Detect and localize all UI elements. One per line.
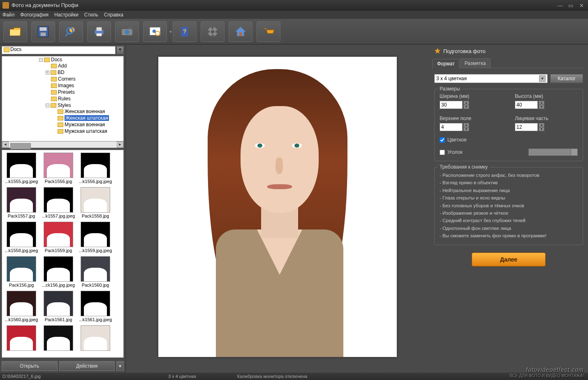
thumbnail-item[interactable]	[5, 325, 38, 352]
path-dropdown-button[interactable]: ▾	[116, 46, 124, 54]
tab-format[interactable]: Формат	[433, 59, 459, 68]
fit-screen-button[interactable]	[143, 21, 167, 42]
folder-tree[interactable]: −Docs Add +BD Corners Images Presets Rul…	[2, 56, 124, 141]
tree-node[interactable]: Styles	[58, 102, 71, 108]
thumbnail-item[interactable]: Pack1560.jpg	[79, 256, 112, 287]
status-calibration: Калибровка монитора отключена	[237, 374, 307, 379]
width-input[interactable]	[440, 101, 463, 109]
actions-button[interactable]: Действия	[59, 361, 115, 371]
tree-node[interactable]: BD	[58, 70, 65, 75]
thumbnail-item[interactable]: ...k1555.jpg.jpeg	[5, 153, 38, 184]
close-button[interactable]: ✕	[577, 2, 586, 8]
photo-canvas[interactable]	[158, 57, 397, 357]
folder-icon	[51, 97, 57, 101]
next-button[interactable]: Далее	[472, 253, 546, 266]
folder-icon	[51, 83, 57, 88]
face-part-input[interactable]	[515, 123, 538, 131]
statusbar: D:\59403217_6.jpg 3 x 4 цветная Калибров…	[0, 373, 588, 380]
thumbnail-item[interactable]: Pack1558.jpg	[79, 187, 112, 218]
requirement-item: Взгляд прямо в объектив	[440, 179, 578, 186]
open-folder-button[interactable]	[3, 21, 27, 42]
actions-dropdown-button[interactable]: ▾	[116, 361, 124, 371]
color-checkbox[interactable]	[440, 137, 445, 143]
svg-point-25	[271, 35, 273, 36]
spin-up[interactable]: ▲	[463, 101, 469, 105]
menu-settings[interactable]: Настройки	[54, 12, 79, 18]
thumbnail-item[interactable]: ...k1558.jpg.jpeg	[5, 222, 38, 253]
requirement-item: Нейтральное выражение лица	[440, 187, 578, 194]
height-input[interactable]	[515, 101, 538, 109]
tree-node[interactable]: Женская военная	[65, 109, 105, 114]
thumbnail-item[interactable]	[79, 325, 112, 352]
sizes-group-title: Размеры	[438, 86, 462, 92]
menu-style[interactable]: Стиль	[84, 12, 98, 18]
format-combo-value: 3 x 4 цветная	[436, 76, 467, 81]
spin-up[interactable]: ▲	[463, 123, 469, 127]
svg-rect-2	[41, 32, 46, 36]
format-combo[interactable]: 3 x 4 цветная ▼	[434, 74, 548, 83]
minimize-button[interactable]: —	[556, 2, 564, 8]
spin-down[interactable]: ▼	[463, 127, 469, 131]
thumbnail-item[interactable]: Pack1561.jpg	[42, 291, 75, 322]
face-part-label: Лицевая часть	[515, 116, 578, 121]
svg-rect-23	[239, 32, 242, 36]
svg-point-20	[211, 34, 213, 36]
svg-rect-1	[40, 27, 47, 31]
tree-node[interactable]: Images	[58, 83, 74, 88]
thumbnail-item[interactable]: Pack1559.jpg	[42, 222, 75, 253]
thumbnail-item[interactable]: ...k1560.jpg.jpeg	[5, 291, 38, 322]
thumbnail-item[interactable]: ...k1561.jpg.jpeg	[79, 291, 112, 322]
tree-node[interactable]: Rules	[58, 96, 71, 102]
video-button[interactable]	[201, 21, 225, 42]
thumbnail-item[interactable]: Pack1556.jpg	[42, 153, 75, 184]
svg-rect-8	[97, 33, 102, 36]
folder-icon	[51, 77, 57, 81]
maximize-button[interactable]: ▭	[567, 2, 575, 8]
expand-toggle[interactable]: +	[46, 71, 49, 74]
shop-cart-button[interactable]	[257, 21, 280, 42]
tree-node[interactable]: Corners	[58, 76, 76, 82]
thumbnail-item[interactable]: ...k1557.jpg.jpeg	[42, 187, 75, 218]
tree-node[interactable]: Add	[58, 63, 67, 69]
print-button[interactable]	[87, 21, 111, 42]
thumbnails-pane[interactable]: ...k1555.jpg.jpegPack1556.jpg...k1556.jp…	[2, 150, 124, 358]
tree-hscrollbar[interactable]: ◄►	[2, 141, 124, 148]
thumbnail-item[interactable]: ...ck156.jpg.jpeg	[42, 256, 75, 287]
top-margin-input[interactable]	[440, 123, 463, 131]
expand-toggle[interactable]: −	[39, 58, 43, 62]
home-button[interactable]	[229, 21, 252, 42]
save-button[interactable]	[31, 21, 55, 42]
thumbnail-item[interactable]: ...k1559.jpg.jpeg	[79, 222, 112, 253]
tree-node[interactable]: Docs	[51, 57, 62, 63]
tree-node[interactable]: Presets	[58, 89, 75, 95]
spin-up[interactable]: ▲	[539, 123, 544, 127]
preview-button[interactable]	[59, 21, 83, 42]
svg-rect-7	[97, 27, 102, 31]
menu-help[interactable]: Справка	[104, 12, 123, 18]
toolbar-separator: ▾	[169, 23, 172, 40]
thumbnail-item[interactable]: Pack156.jpg	[5, 256, 38, 287]
corner-checkbox[interactable]	[440, 150, 445, 155]
menu-file[interactable]: Файл	[2, 12, 15, 18]
help-book-button[interactable]: ?	[173, 21, 197, 42]
expand-toggle[interactable]: −	[46, 104, 49, 107]
tab-markup[interactable]: Разметка	[460, 58, 491, 68]
spin-up[interactable]: ▲	[539, 101, 544, 105]
thumbnail-item[interactable]: Pack1557.jpg	[5, 187, 38, 218]
open-button[interactable]: Открыть	[2, 361, 58, 371]
corner-combo[interactable]	[528, 148, 578, 156]
spin-down[interactable]: ▼	[539, 105, 544, 109]
status-format: 3 x 4 цветная	[168, 374, 196, 379]
tree-node-selected[interactable]: Женская штатская	[65, 115, 109, 121]
folder-icon	[51, 64, 57, 68]
spin-down[interactable]: ▼	[539, 127, 544, 131]
thumbnail-item[interactable]: ...k1556.jpg.jpeg	[79, 153, 112, 184]
path-input[interactable]: Docs	[2, 46, 116, 54]
catalog-button[interactable]: Каталог	[550, 74, 583, 83]
tree-node[interactable]: Мужская военная	[65, 122, 105, 127]
thumbnail-item[interactable]	[42, 325, 75, 352]
spin-down[interactable]: ▼	[463, 105, 469, 109]
camera-button[interactable]	[115, 21, 139, 42]
tree-node[interactable]: Мужская штатская	[65, 128, 107, 134]
menu-photo[interactable]: Фотография	[21, 12, 49, 18]
